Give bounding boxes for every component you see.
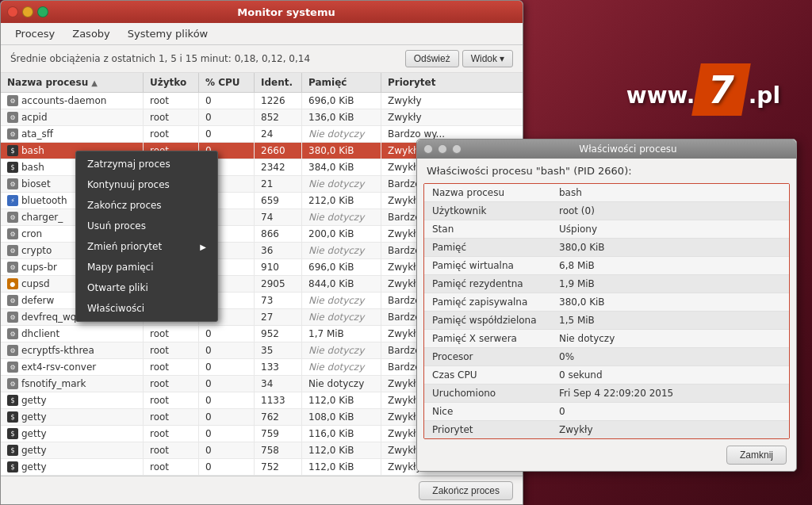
props-val: 0 sekund [551, 366, 789, 384]
cell-name: $ getty [1, 409, 144, 425]
title-bar-buttons [7, 6, 48, 17]
cell-name: $ getty [1, 392, 144, 408]
cell-ident: 24 [255, 126, 302, 142]
props-key: Czas CPU [424, 366, 551, 384]
ctx-item-otwarte-pliki[interactable]: Otwarte pliki [76, 277, 217, 298]
ctx-item-zatrzymaj-proces[interactable]: Zatrzymaj proces [76, 154, 217, 174]
cell-memory: Nie dotyczy [302, 176, 381, 192]
process-icon: $ [7, 145, 18, 156]
process-icon: $ [7, 461, 18, 472]
cell-user: root [144, 459, 199, 475]
cell-ident: 866 [255, 226, 302, 242]
cell-cpu: 0 [199, 359, 255, 375]
process-icon: ⚙ [7, 245, 18, 256]
process-icon: $ [7, 411, 18, 423]
cell-memory: 212,0 KiB [302, 193, 381, 209]
cell-memory: 136,0 KiB [302, 109, 381, 125]
cell-name: ⚙ accounts-daemon [1, 93, 144, 109]
maximize-button[interactable] [37, 6, 48, 17]
cell-memory: Nie dotyczy [302, 359, 381, 375]
zamknij-button[interactable]: Zamknij [726, 446, 787, 465]
context-menu: Zatrzymaj procesKontynuuj procesZakończ … [75, 151, 218, 322]
col-user[interactable]: Użytko [144, 73, 199, 92]
props-key: Priorytet [424, 421, 551, 438]
ctx-item-zmień-priorytet[interactable]: Zmień priorytet▶ [76, 236, 217, 257]
ctx-item-zakończ-proces[interactable]: Zakończ proces [76, 195, 217, 216]
props-key: Użytkownik [424, 202, 551, 220]
cell-user: root [144, 426, 199, 442]
process-icon: ⚙ [7, 112, 18, 123]
ctx-item-kontynuuj-proces[interactable]: Kontynuuj proces [76, 174, 217, 195]
ctx-item-mapy-pamięci[interactable]: Mapy pamięci [76, 257, 217, 277]
menu-item-zasoby[interactable]: Zasoby [64, 25, 118, 43]
cell-name: $ getty [1, 459, 144, 475]
col-name[interactable]: Nazwa procesu ▲ [1, 73, 144, 92]
cell-name: ⚙ acpid [1, 109, 144, 125]
cell-user: root [144, 376, 199, 392]
process-icon: ● [7, 278, 18, 289]
props-heading: Właściwości procesu "bash" (PID 2660): [417, 159, 796, 183]
menu-item-systemy[interactable]: Systemy plików [120, 25, 216, 43]
cell-memory: 116,0 KiB [302, 426, 381, 442]
minimize-button[interactable] [22, 6, 33, 17]
cell-ident: 910 [255, 259, 302, 275]
table-row[interactable]: ⚙ acpid root 0 852 136,0 KiB Zwykły [1, 109, 523, 126]
col-cpu[interactable]: % CPU [199, 73, 255, 92]
props-bottom: Zamknij [417, 439, 796, 471]
properties-window: Właściwości procesu Właściwości procesu … [416, 139, 797, 472]
props-row: Stan Uśpiony [424, 220, 789, 239]
menu-item-procesy[interactable]: Procesy [7, 25, 63, 43]
cell-user: root [144, 126, 199, 142]
refresh-button[interactable]: Odśwież [405, 50, 459, 67]
cell-user: root [144, 442, 199, 458]
props-key: Uruchomiono [424, 384, 551, 402]
close-button[interactable] [7, 6, 18, 17]
process-icon: ⚙ [7, 228, 18, 239]
background-logo: www.7.pl [626, 63, 780, 116]
process-icon: ⚙ [7, 328, 18, 339]
process-icon: ⚙ [7, 378, 18, 389]
ctx-item-usuń-proces[interactable]: Usuń proces [76, 216, 217, 236]
logo-www: www. [626, 82, 695, 109]
cell-ident: 74 [255, 209, 302, 225]
view-button[interactable]: Widok ▾ [462, 50, 513, 67]
props-key: Pamięć rezydentna [424, 275, 551, 293]
cell-ident: 752 [255, 459, 302, 475]
cell-cpu: 0 [199, 442, 255, 458]
cell-memory: 200,0 KiB [302, 226, 381, 242]
props-row: Priorytet Zwykły [424, 421, 789, 438]
ctx-item-właściwości[interactable]: Właściwości [76, 298, 217, 319]
props-val: 380,0 KiB [551, 239, 789, 256]
props-val: 380,0 KiB [551, 293, 789, 311]
cell-user: root [144, 93, 199, 109]
cell-ident: 762 [255, 409, 302, 425]
table-row[interactable]: ⚙ accounts-daemon root 0 1226 696,0 KiB … [1, 93, 523, 109]
cell-ident: 2905 [255, 276, 302, 292]
props-val: Nie dotyczy [551, 330, 789, 347]
end-process-button[interactable]: Zakończ proces [419, 481, 513, 500]
cell-ident: 21 [255, 176, 302, 192]
props-title: Właściwości procesu [466, 143, 790, 155]
props-row: Uruchomiono Fri Sep 4 22:09:20 2015 [424, 384, 789, 403]
process-icon: ⚙ [7, 212, 18, 223]
cell-cpu: 0 [199, 426, 255, 442]
load-average-text: Średnie obciążenia z ostatnich 1, 5 i 15… [10, 53, 310, 64]
props-maximize-button[interactable] [452, 144, 462, 154]
props-row: Użytkownik root (0) [424, 202, 789, 220]
col-ident[interactable]: Ident. [255, 73, 302, 92]
process-icon: $ [7, 162, 18, 173]
props-close-button[interactable] [423, 144, 433, 154]
cell-user: root [144, 409, 199, 425]
cell-priority: Zwykły [381, 109, 461, 125]
process-icon: $ [7, 445, 18, 456]
props-minimize-button[interactable] [438, 144, 447, 154]
props-row: Pamięć wirtualna 6,8 MiB [424, 257, 789, 275]
cell-ident: 73 [255, 293, 302, 308]
submenu-arrow-icon: ▶ [200, 243, 206, 251]
cell-ident: 36 [255, 243, 302, 258]
props-key: Pamięć X serwera [424, 330, 551, 347]
col-memory[interactable]: Pamięć [302, 73, 381, 92]
col-priority[interactable]: Priorytet [381, 73, 461, 92]
bottom-bar: Zakończ proces [1, 476, 523, 504]
cell-name: ⚙ dhclient [1, 326, 144, 342]
